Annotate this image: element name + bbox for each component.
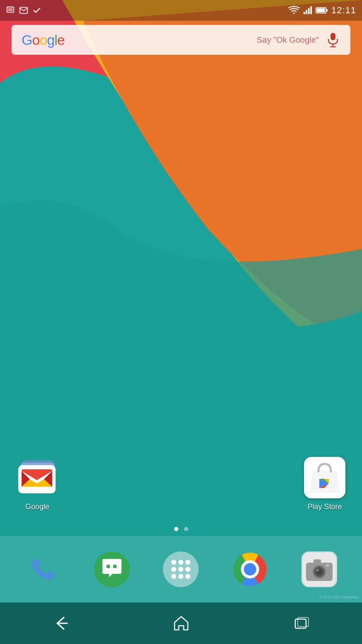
svg-rect-10: [326, 9, 328, 12]
dock: [0, 536, 362, 603]
drawer-icon: [163, 551, 199, 587]
hangouts-icon: [94, 551, 130, 587]
svg-rect-5: [306, 10, 307, 14]
recents-button[interactable]: [289, 611, 314, 636]
svg-point-25: [185, 560, 190, 565]
svg-point-40: [244, 563, 256, 576]
back-button[interactable]: [48, 611, 73, 636]
mic-icon[interactable]: [326, 32, 340, 47]
phone-dock-icon[interactable]: [25, 551, 61, 587]
page-dot-1[interactable]: [174, 527, 178, 531]
search-hint: Say "Ok Google": [257, 35, 319, 45]
google-app-icon[interactable]: Google: [17, 457, 58, 511]
chrome-dock-icon[interactable]: [232, 551, 268, 587]
svg-point-26: [171, 567, 176, 572]
svg-point-28: [185, 567, 190, 572]
screenshot-icon: [6, 6, 15, 15]
svg-rect-4: [304, 12, 305, 14]
chrome-icon: [232, 551, 268, 587]
svg-rect-21: [113, 565, 117, 568]
hangouts-dock-icon[interactable]: [94, 551, 130, 587]
checkmark-icon: [32, 6, 41, 15]
svg-point-27: [178, 567, 183, 572]
home-icons: Google Play Store: [0, 457, 362, 511]
svg-rect-2: [8, 8, 13, 11]
gmail-status-icon: [19, 6, 28, 15]
svg-rect-6: [308, 8, 310, 15]
camera-icon: [301, 551, 337, 587]
svg-point-30: [178, 574, 183, 579]
camera-dock-icon[interactable]: [301, 551, 337, 587]
search-bar[interactable]: Google Say "Ok Google": [12, 25, 350, 55]
phone-icon: [25, 551, 61, 587]
svg-point-31: [185, 574, 190, 579]
svg-point-23: [171, 560, 176, 565]
svg-point-3: [293, 12, 295, 14]
svg-rect-20: [107, 565, 110, 568]
svg-rect-9: [317, 8, 325, 12]
svg-point-46: [316, 569, 319, 571]
status-bar-left: [6, 6, 41, 15]
status-time: 12:11: [331, 5, 356, 16]
svg-rect-48: [326, 564, 329, 567]
status-bar-right: 12:11: [288, 5, 356, 16]
home-button[interactable]: [169, 611, 194, 636]
copyright-text: © 2013 CBS Interactive: [320, 595, 359, 599]
nav-bar: [0, 603, 362, 644]
play-store-icon[interactable]: Play Store: [304, 457, 345, 511]
google-app-label: Google: [25, 503, 49, 511]
google-app-icon-image: [17, 457, 58, 498]
play-store-label: Play Store: [307, 503, 342, 511]
page-indicators: [0, 527, 362, 531]
svg-point-24: [178, 560, 183, 565]
status-bar: 12:11: [0, 0, 362, 21]
svg-rect-7: [310, 6, 312, 14]
svg-point-29: [171, 574, 176, 579]
app-drawer-icon[interactable]: [163, 551, 199, 587]
wifi-icon: [288, 6, 300, 15]
google-logo: Google: [22, 32, 65, 48]
battery-icon: [316, 6, 328, 15]
play-store-icon-image: [304, 457, 345, 498]
svg-rect-11: [330, 33, 335, 40]
svg-rect-47: [313, 559, 321, 564]
page-dot-2[interactable]: [184, 527, 188, 531]
signal-icon: [303, 6, 312, 15]
